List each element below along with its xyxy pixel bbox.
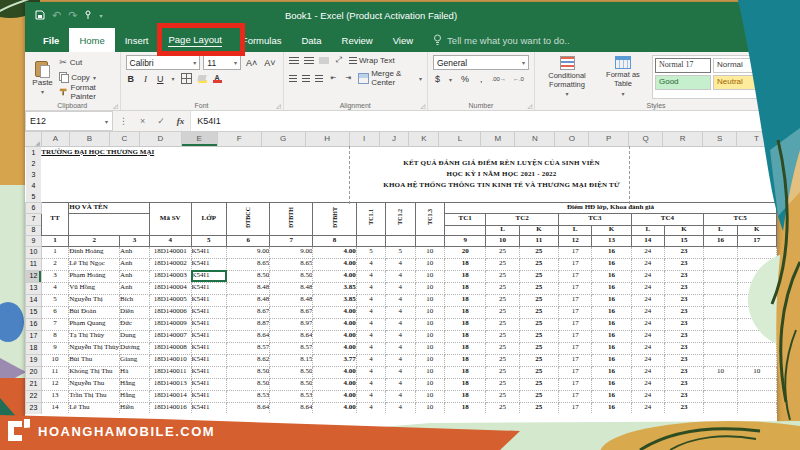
column-header-S[interactable]: S [703,132,737,146]
row-header-4[interactable]: 4 [26,180,42,191]
cell[interactable] [737,282,776,294]
cell[interactable]: 24 [631,318,664,330]
cell[interactable]: 12 [41,378,68,390]
cell[interactable] [415,235,444,246]
font-dialog-launcher[interactable]: ◿ [276,102,281,109]
row-header-9[interactable]: 9 [26,235,42,246]
grow-font-button[interactable]: A˄ [244,58,259,68]
cell[interactable]: 8 [313,235,356,246]
copy-dropdown-icon[interactable]: ▾ [93,74,96,81]
cell[interactable]: 8.53 [227,390,270,402]
cell[interactable] [704,294,737,306]
cell[interactable]: 10 [41,354,68,366]
cell[interactable]: Nguyễn Thu [69,378,120,390]
paste-dropdown-icon[interactable]: ▾ [41,88,44,95]
cell[interactable]: 4 [356,318,385,330]
cell[interactable]: TC1.3 [415,202,444,235]
cell[interactable]: K54I1 [191,390,226,402]
cell[interactable]: 17 [558,366,591,378]
decrease-indent-icon[interactable]: ⇤ [328,74,338,82]
cell[interactable]: 3.85 [313,282,356,294]
cell[interactable]: 2 [41,258,68,270]
row-header-21[interactable]: 21 [26,378,42,390]
cell[interactable]: Bùi Thu [69,354,120,366]
cell[interactable]: 8.50 [227,270,270,282]
comma-style-icon[interactable]: , [478,74,485,84]
cell[interactable]: K54I1 [191,402,226,414]
report-title-cell[interactable]: KẾT QUẢ ĐÁNH GIÁ ĐIỂM RÈN LUYỆN CỦA SINH… [227,158,777,169]
cell[interactable]: Hiền [120,402,150,414]
cell[interactable]: 10 [415,318,444,330]
cell[interactable]: 10 [415,246,444,258]
cell[interactable]: 17 [558,318,591,330]
cell[interactable] [737,294,776,306]
cell[interactable]: K54I1 [191,282,226,294]
cell[interactable]: 8 [41,330,68,342]
cell-style-neutral[interactable]: Neutral [713,75,769,90]
cell[interactable]: 3.77 [313,354,356,366]
cell[interactable] [737,402,776,414]
cell[interactable] [737,318,776,330]
cell[interactable]: TC1.1 [356,202,385,235]
cell[interactable]: 11 [41,366,68,378]
cell[interactable]: 18D140011 [149,366,191,378]
cell[interactable]: 5 [41,294,68,306]
cell[interactable]: 17 [558,402,591,414]
column-header-J[interactable]: J [380,132,410,146]
qat-dropdown-icon[interactable]: ▾ [99,12,102,19]
cell[interactable]: ĐTBCC [227,202,270,235]
cell[interactable]: Điểm HĐ lớp, Khoa đánh giá [445,202,777,213]
cell[interactable]: 17 [558,378,591,390]
underline-button[interactable]: U [155,74,166,84]
italic-button[interactable]: I [142,74,149,84]
formula-bar-splitter[interactable]: ⋮ [113,111,134,131]
cell[interactable]: 5 [386,246,415,258]
paste-button[interactable]: Paste ▾ [30,55,55,99]
cell[interactable]: 8.50 [227,366,270,378]
column-header-A[interactable]: A [42,132,70,146]
cell[interactable]: TC1 [445,213,486,225]
cell[interactable]: TC1.2 [386,202,415,235]
cell[interactable]: 4 [41,282,68,294]
cell[interactable]: K54I1 [191,330,226,342]
font-color-button[interactable]: A [213,74,222,83]
cell[interactable]: 24 [631,402,664,414]
cell[interactable]: 4 [356,270,385,282]
row-header-18[interactable]: 18 [26,342,42,354]
cell[interactable] [704,378,737,390]
cell[interactable]: L [704,225,737,235]
decrease-decimal-icon[interactable]: ←.0 [513,76,524,82]
cell[interactable]: 25 [486,246,519,258]
cell[interactable]: 16 [592,306,631,318]
column-header-D[interactable]: D [140,132,182,146]
cell[interactable]: 4 [356,354,385,366]
cell[interactable]: 25 [519,342,558,354]
cell[interactable]: 23 [664,342,703,354]
cell[interactable]: 20 [445,246,486,258]
cell[interactable]: TC4 [631,213,704,225]
cell[interactable]: 4 [386,282,415,294]
cell[interactable]: HỌ VÀ TÊN [69,202,150,213]
cell[interactable]: 25 [486,306,519,318]
cell[interactable]: 17 [558,282,591,294]
cell[interactable] [737,258,776,270]
cell[interactable]: K54I1 [191,318,226,330]
cell[interactable]: 4.00 [313,330,356,342]
cell[interactable] [386,235,415,246]
cell[interactable] [704,330,737,342]
cell[interactable]: 4 [386,402,415,414]
cell[interactable]: 23 [664,378,703,390]
cell[interactable]: 25 [519,282,558,294]
cell[interactable]: 17 [558,390,591,402]
cell[interactable]: 25 [486,354,519,366]
cell[interactable]: 25 [519,402,558,414]
redo-icon[interactable]: ↷ [68,10,77,21]
cell[interactable]: 10 [737,366,776,378]
cell[interactable]: Nguyễn Thị [69,294,120,306]
undo-icon[interactable]: ↶ [52,10,61,21]
cell[interactable]: L [558,225,591,235]
cell[interactable]: 17 [558,342,591,354]
cell[interactable]: 16 [592,294,631,306]
increase-indent-icon[interactable]: ⇥ [343,74,353,82]
column-header-H[interactable]: H [306,132,350,146]
